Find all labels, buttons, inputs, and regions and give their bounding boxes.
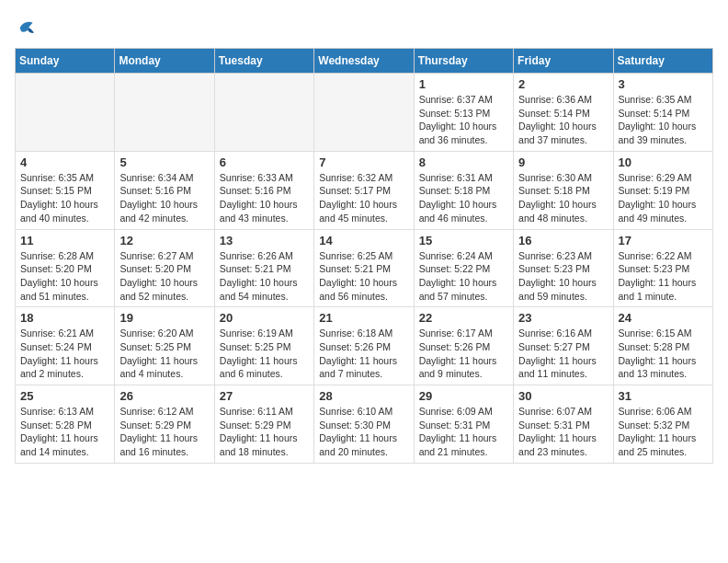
day-number: 23 <box>518 311 608 325</box>
day-info: Sunrise: 6:22 AMSunset: 5:23 PMDaylight:… <box>619 249 708 304</box>
day-number: 8 <box>419 155 508 169</box>
calendar-cell: 14Sunrise: 6:25 AMSunset: 5:21 PMDayligh… <box>314 229 414 307</box>
column-header-thursday: Thursday <box>414 49 513 74</box>
day-number: 19 <box>119 311 209 325</box>
calendar-cell: 31Sunrise: 6:06 AMSunset: 5:32 PMDayligh… <box>613 385 712 464</box>
day-info: Sunrise: 6:35 AMSunset: 5:14 PMDaylight:… <box>619 93 708 147</box>
column-header-friday: Friday <box>514 49 613 74</box>
calendar-week-2: 4Sunrise: 6:35 AMSunset: 5:15 PMDaylight… <box>16 151 713 229</box>
day-number: 11 <box>20 234 109 247</box>
calendar-cell: 13Sunrise: 6:26 AMSunset: 5:21 PMDayligh… <box>214 229 313 307</box>
day-number: 2 <box>518 77 608 91</box>
calendar-cell: 6Sunrise: 6:33 AMSunset: 5:16 PMDaylight… <box>214 151 313 229</box>
day-info: Sunrise: 6:20 AMSunset: 5:25 PMDaylight:… <box>119 327 209 381</box>
day-number: 18 <box>20 311 109 325</box>
day-info: Sunrise: 6:24 AMSunset: 5:22 PMDaylight:… <box>419 249 508 304</box>
day-info: Sunrise: 6:17 AMSunset: 5:26 PMDaylight:… <box>419 327 508 381</box>
column-header-tuesday: Tuesday <box>214 49 313 74</box>
calendar-week-1: 1Sunrise: 6:37 AMSunset: 5:13 PMDaylight… <box>16 74 713 152</box>
calendar-cell: 27Sunrise: 6:11 AMSunset: 5:29 PMDayligh… <box>214 385 313 464</box>
calendar-cell <box>16 74 115 152</box>
calendar-cell: 23Sunrise: 6:16 AMSunset: 5:27 PMDayligh… <box>514 307 613 385</box>
day-info: Sunrise: 6:36 AMSunset: 5:14 PMDaylight:… <box>518 93 608 147</box>
day-number: 29 <box>419 389 508 403</box>
day-number: 26 <box>119 389 209 403</box>
day-info: Sunrise: 6:35 AMSunset: 5:15 PMDaylight:… <box>20 171 109 225</box>
day-info: Sunrise: 6:25 AMSunset: 5:21 PMDaylight:… <box>319 249 408 304</box>
day-number: 28 <box>319 389 408 403</box>
calendar-cell: 20Sunrise: 6:19 AMSunset: 5:25 PMDayligh… <box>214 307 313 385</box>
calendar-cell: 26Sunrise: 6:12 AMSunset: 5:29 PMDayligh… <box>115 385 214 464</box>
calendar-cell: 25Sunrise: 6:13 AMSunset: 5:28 PMDayligh… <box>16 385 115 464</box>
calendar-cell: 5Sunrise: 6:34 AMSunset: 5:16 PMDaylight… <box>115 151 214 229</box>
calendar-cell: 22Sunrise: 6:17 AMSunset: 5:26 PMDayligh… <box>414 307 513 385</box>
day-info: Sunrise: 6:27 AMSunset: 5:20 PMDaylight:… <box>119 249 209 304</box>
page-header <box>15 15 713 40</box>
day-info: Sunrise: 6:09 AMSunset: 5:31 PMDaylight:… <box>419 405 508 459</box>
column-header-monday: Monday <box>115 49 214 74</box>
day-number: 27 <box>220 389 309 403</box>
day-number: 7 <box>319 155 408 169</box>
day-info: Sunrise: 6:12 AMSunset: 5:29 PMDaylight:… <box>119 405 209 459</box>
day-number: 5 <box>119 155 209 169</box>
day-number: 12 <box>119 234 209 247</box>
day-info: Sunrise: 6:23 AMSunset: 5:23 PMDaylight:… <box>518 249 608 304</box>
day-number: 10 <box>619 155 708 169</box>
calendar-cell <box>115 74 214 152</box>
day-info: Sunrise: 6:37 AMSunset: 5:13 PMDaylight:… <box>419 93 508 147</box>
calendar-cell: 8Sunrise: 6:31 AMSunset: 5:18 PMDaylight… <box>414 151 513 229</box>
calendar-cell: 30Sunrise: 6:07 AMSunset: 5:31 PMDayligh… <box>514 385 613 464</box>
day-number: 24 <box>619 311 708 325</box>
day-info: Sunrise: 6:15 AMSunset: 5:28 PMDaylight:… <box>619 327 708 381</box>
calendar-cell: 28Sunrise: 6:10 AMSunset: 5:30 PMDayligh… <box>314 385 414 464</box>
day-info: Sunrise: 6:26 AMSunset: 5:21 PMDaylight:… <box>220 249 309 304</box>
day-info: Sunrise: 6:07 AMSunset: 5:31 PMDaylight:… <box>518 405 608 459</box>
column-header-saturday: Saturday <box>613 49 712 74</box>
day-info: Sunrise: 6:11 AMSunset: 5:29 PMDaylight:… <box>220 405 309 459</box>
day-number: 9 <box>518 155 608 169</box>
logo-bird-icon <box>15 15 40 40</box>
calendar-cell: 17Sunrise: 6:22 AMSunset: 5:23 PMDayligh… <box>613 229 712 307</box>
column-header-wednesday: Wednesday <box>314 49 414 74</box>
day-number: 30 <box>518 389 608 403</box>
day-info: Sunrise: 6:31 AMSunset: 5:18 PMDaylight:… <box>419 171 508 225</box>
day-info: Sunrise: 6:21 AMSunset: 5:24 PMDaylight:… <box>20 327 109 381</box>
calendar-cell: 24Sunrise: 6:15 AMSunset: 5:28 PMDayligh… <box>613 307 712 385</box>
calendar-cell: 1Sunrise: 6:37 AMSunset: 5:13 PMDaylight… <box>414 74 513 152</box>
calendar-table: SundayMondayTuesdayWednesdayThursdayFrid… <box>15 48 713 464</box>
day-number: 21 <box>319 311 408 325</box>
day-info: Sunrise: 6:13 AMSunset: 5:28 PMDaylight:… <box>20 405 109 459</box>
day-number: 20 <box>220 311 309 325</box>
calendar-cell: 7Sunrise: 6:32 AMSunset: 5:17 PMDaylight… <box>314 151 414 229</box>
calendar-cell: 16Sunrise: 6:23 AMSunset: 5:23 PMDayligh… <box>514 229 613 307</box>
day-info: Sunrise: 6:34 AMSunset: 5:16 PMDaylight:… <box>119 171 209 225</box>
day-info: Sunrise: 6:32 AMSunset: 5:17 PMDaylight:… <box>319 171 408 225</box>
logo <box>15 15 44 40</box>
day-number: 31 <box>619 389 708 403</box>
day-info: Sunrise: 6:06 AMSunset: 5:32 PMDaylight:… <box>619 405 708 459</box>
day-number: 25 <box>20 389 109 403</box>
day-info: Sunrise: 6:30 AMSunset: 5:18 PMDaylight:… <box>518 171 608 225</box>
calendar-cell: 3Sunrise: 6:35 AMSunset: 5:14 PMDaylight… <box>613 74 712 152</box>
day-number: 3 <box>619 77 708 91</box>
calendar-cell: 9Sunrise: 6:30 AMSunset: 5:18 PMDaylight… <box>514 151 613 229</box>
day-info: Sunrise: 6:28 AMSunset: 5:20 PMDaylight:… <box>20 249 109 304</box>
calendar-cell: 11Sunrise: 6:28 AMSunset: 5:20 PMDayligh… <box>16 229 115 307</box>
day-number: 1 <box>419 77 508 91</box>
day-number: 22 <box>419 311 508 325</box>
calendar-header-row: SundayMondayTuesdayWednesdayThursdayFrid… <box>16 49 713 74</box>
calendar-week-4: 18Sunrise: 6:21 AMSunset: 5:24 PMDayligh… <box>16 307 713 385</box>
day-info: Sunrise: 6:19 AMSunset: 5:25 PMDaylight:… <box>220 327 309 381</box>
day-number: 17 <box>619 234 708 247</box>
calendar-cell: 21Sunrise: 6:18 AMSunset: 5:26 PMDayligh… <box>314 307 414 385</box>
calendar-cell: 4Sunrise: 6:35 AMSunset: 5:15 PMDaylight… <box>16 151 115 229</box>
day-info: Sunrise: 6:16 AMSunset: 5:27 PMDaylight:… <box>518 327 608 381</box>
column-header-sunday: Sunday <box>16 49 115 74</box>
calendar-week-3: 11Sunrise: 6:28 AMSunset: 5:20 PMDayligh… <box>16 229 713 307</box>
day-number: 14 <box>319 234 408 247</box>
calendar-cell: 10Sunrise: 6:29 AMSunset: 5:19 PMDayligh… <box>613 151 712 229</box>
day-number: 16 <box>518 234 608 247</box>
calendar-cell <box>214 74 313 152</box>
day-info: Sunrise: 6:33 AMSunset: 5:16 PMDaylight:… <box>220 171 309 225</box>
day-info: Sunrise: 6:29 AMSunset: 5:19 PMDaylight:… <box>619 171 708 225</box>
